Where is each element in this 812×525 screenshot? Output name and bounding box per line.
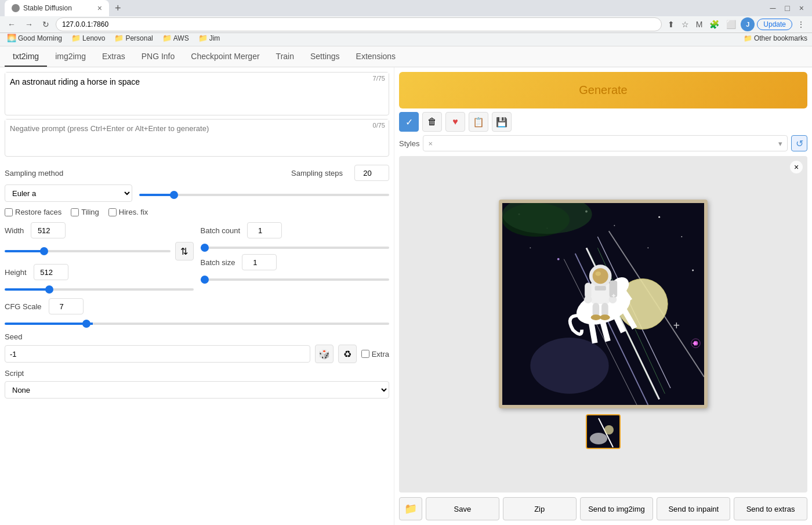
bookmark-folder-icon: 🌅 [7,34,16,42]
negative-prompt-section: 0/75 [5,119,389,157]
browser-tab[interactable]: Stable Diffusion × [5,0,109,16]
svg-point-8 [530,247,531,248]
address-bar[interactable]: 127.0.0.1:7860 [56,17,662,31]
styles-row: Styles × ▾ ↺ [399,135,807,151]
extensions-icon[interactable]: 🧩 [707,19,722,30]
zip-button[interactable]: Zip [503,497,577,520]
restore-faces-checkbox-item[interactable]: Restore faces [5,208,61,216]
image-close-button[interactable]: × [790,161,803,173]
script-label: Script [5,369,24,378]
sampling-steps-input[interactable] [354,165,389,181]
hires-fix-checkbox[interactable] [108,208,117,216]
new-tab-button[interactable]: + [111,2,125,15]
cfg-scale-input[interactable] [49,298,84,314]
bookmark-label: Jim [209,34,220,42]
svg-point-43 [600,314,610,320]
extra-checkbox-item[interactable]: Extra [361,350,389,359]
batch-count-slider[interactable] [201,247,390,249]
recycle-icon-button[interactable]: ♻ [338,345,357,363]
styles-dropdown[interactable]: × ▾ [423,135,788,151]
app-container: txt2img img2img Extras PNG Info Checkpoi… [0,46,812,525]
generate-section: Generate ✓ 🗑 ♥ 📋 💾 Styles × [399,72,807,151]
script-select[interactable]: None [5,381,389,399]
tab-extensions[interactable]: Extensions [348,47,404,67]
svg-point-6 [658,216,660,218]
apply-check-button[interactable]: ✓ [399,112,419,132]
window-close-button[interactable]: × [796,2,807,14]
metamask-icon[interactable]: M [694,19,705,30]
send-to-inpaint-button[interactable]: Send to inpaint [657,497,730,520]
sampling-method-select[interactable]: Euler a Euler LMS Heun DPM2 [5,184,132,202]
generate-area: Generate ✓ 🗑 ♥ 📋 💾 Styles × [399,72,807,151]
back-button[interactable]: ← [5,19,19,30]
width-input[interactable] [31,222,66,238]
bookmark-lenovo[interactable]: 📁 Lenovo [69,32,107,44]
tab-checkpoint-merger[interactable]: Checkpoint Merger [183,47,267,67]
window-maximize-button[interactable]: □ [781,2,793,14]
forward-button[interactable]: → [22,19,36,30]
bookmark-good-morning[interactable]: 🌅 Good Morning [5,32,64,44]
toolbar-icons: ⬆ ☆ M 🧩 ⬜ J Update ⋮ [665,17,807,31]
other-bookmarks[interactable]: 📁 Other bookmarks [744,34,807,42]
bookmark-personal[interactable]: 📁 Personal [112,32,155,44]
styles-apply-button[interactable]: ↺ [791,135,807,151]
checkbox-row: Restore faces Tiling Hires. fix [5,208,389,216]
share-icon[interactable]: ⬆ [665,19,677,30]
cfg-scale-slider[interactable] [5,323,389,325]
seed-input[interactable] [5,345,310,363]
tab-img2img[interactable]: img2img [47,47,94,67]
dice-icon-button[interactable]: 🎲 [315,345,334,363]
bookmark-label: AWS [173,34,189,42]
menu-icon[interactable]: ⋮ [795,19,807,30]
browser-chrome: Stable Diffusion × + ─ □ × ← → ↻ 127.0.0… [0,0,812,30]
hires-fix-checkbox-item[interactable]: Hires. fix [108,208,148,216]
generate-button[interactable]: Generate [399,72,807,108]
tab-train[interactable]: Train [268,47,302,67]
cfg-scale-label: CFG Scale [5,302,42,311]
styles-x-icon: × [428,139,433,148]
send-to-extras-button[interactable]: Send to extras [734,497,807,520]
sampling-steps-slider[interactable] [139,194,389,196]
tiling-checkbox[interactable] [71,208,79,216]
send-to-img2img-button[interactable]: Send to img2img [580,497,654,520]
profile-avatar[interactable]: J [741,17,755,31]
image-thumbnail[interactable] [586,414,621,449]
prompt-input[interactable]: An astronaut riding a horse in space [5,73,389,113]
tab-close-button[interactable]: × [97,3,102,13]
bookmark-aws[interactable]: 📁 AWS [160,32,191,44]
batch-size-slider[interactable] [201,278,390,281]
svg-point-53 [590,433,607,444]
batch-size-input[interactable] [242,254,277,270]
height-slider[interactable] [5,288,194,291]
svg-point-5 [614,225,615,226]
save-button[interactable]: 💾 [492,112,512,132]
url-text: 127.0.0.1:7860 [62,20,108,28]
restore-faces-checkbox[interactable] [5,208,13,216]
tab-extras[interactable]: Extras [94,47,133,67]
tab-settings[interactable]: Settings [302,47,348,67]
image-pick-button[interactable]: ♥ [445,112,465,132]
bookmark-star-icon[interactable]: ☆ [679,19,691,30]
split-screen-icon[interactable]: ⬜ [724,19,738,30]
prompt-counter: 7/75 [373,75,385,82]
height-input[interactable] [34,264,68,280]
open-folder-button[interactable]: 📁 [399,497,422,520]
clipboard-button[interactable]: 📋 [469,112,488,132]
negative-prompt-input[interactable] [5,120,389,154]
save-image-button[interactable]: Save [426,497,499,520]
tiling-checkbox-item[interactable]: Tiling [71,208,99,216]
window-minimize-button[interactable]: ─ [766,2,779,14]
extra-checkbox[interactable] [361,350,369,358]
bookmark-label: Good Morning [18,34,62,42]
batch-count-input[interactable] [247,222,282,238]
trash-button[interactable]: 🗑 [422,112,442,132]
width-slider[interactable] [5,250,171,252]
tiling-label: Tiling [81,208,99,216]
bookmark-label: Personal [125,34,153,42]
tab-png-info[interactable]: PNG Info [133,47,183,67]
swap-dimensions-button[interactable]: ⇅ [175,242,194,260]
tab-txt2img[interactable]: txt2img [5,47,47,67]
bookmark-jim[interactable]: 📁 Jim [196,32,223,44]
reload-button[interactable]: ↻ [39,19,52,30]
update-button[interactable]: Update [757,19,792,30]
